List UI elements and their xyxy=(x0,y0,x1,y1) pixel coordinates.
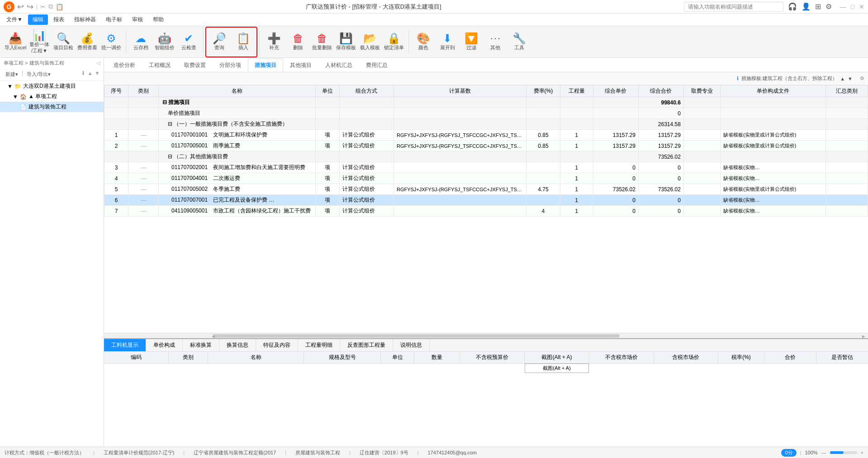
arrow-up-sub[interactable]: ▲ xyxy=(840,76,845,81)
expand-btn[interactable]: ⬇ 展开到 xyxy=(436,29,459,55)
bottom-tab-qty-detail[interactable]: 工程量明细 xyxy=(298,339,340,351)
tab-sections[interactable]: 分部分项 xyxy=(213,58,248,72)
menu-report[interactable]: 报表 xyxy=(49,14,69,25)
table-row[interactable]: ⊟ （一）一般措施项目费（不含安全施工措施费） 26314.58 xyxy=(104,119,868,130)
bottom-tab-standard[interactable]: 标准换算 xyxy=(183,339,219,351)
tab-fee-summary[interactable]: 费用汇总 xyxy=(359,58,394,72)
table-row[interactable]: 1 — 011707001001 文明施工和环境保护费 项 计算公式组价 RGF… xyxy=(104,130,868,141)
cell-price-file xyxy=(721,97,825,108)
expand-icon-sub1[interactable]: ⊟ xyxy=(168,121,172,127)
import-export-btn[interactable]: 导入/导出▾ xyxy=(25,70,52,79)
unified-adjust-btn[interactable]: ⚙ 统一调价 xyxy=(100,29,123,55)
user-icon[interactable]: 👤 xyxy=(802,2,811,11)
cloud-save-btn[interactable]: ☁ 云存档 xyxy=(129,29,152,55)
table-row[interactable]: 5 — 011707005002 冬季施工费 项 计算公式组价 RGFYSJ+J… xyxy=(104,184,868,195)
bottom-table-header: 编码 类别 名称 规格及型号 单位 数量 不含税预算价 截图(Alt + A) … xyxy=(104,352,868,364)
download-icon[interactable]: ⬇ xyxy=(81,70,85,79)
cloud-check-btn[interactable]: ✔ 云检查 xyxy=(177,29,200,55)
expand-icon-row[interactable]: ⊟ xyxy=(162,99,167,105)
arrow-down-icon[interactable]: ▼ xyxy=(95,70,100,79)
bottom-tab-features[interactable]: 特征及内容 xyxy=(256,339,298,351)
minimize-btn[interactable]: — xyxy=(840,3,846,10)
table-row-selected[interactable]: 6 — 011707007001 已完工程及设备保护费 … 项 计算公式组价 1… xyxy=(104,195,868,206)
tree-building[interactable]: 📄 建筑与装饰工程 xyxy=(0,102,104,112)
settings-icon[interactable]: ⚙ xyxy=(825,2,832,11)
table-row[interactable]: ⊟ （二）其他措施项目费 73526.02 xyxy=(104,151,868,162)
supplement-btn[interactable]: ➕ 补充 xyxy=(262,29,286,55)
delete-label: 删除 xyxy=(293,45,303,51)
table-row[interactable]: 4 — 011707004001 二次搬运费 项 计算公式组价 1 0 0 缺省… xyxy=(104,173,868,184)
table-row[interactable]: ⊟ 措施项目 99840.6 xyxy=(104,97,868,108)
cell-total: 26314.58 xyxy=(638,119,683,130)
zoom-level: 100% xyxy=(805,450,817,455)
collapse-btn[interactable]: ◁ xyxy=(96,60,100,66)
paste-btn[interactable]: 📋 xyxy=(56,3,63,10)
close-btn[interactable]: ✕ xyxy=(859,3,864,10)
bottom-tab-description[interactable]: 说明信息 xyxy=(393,339,430,351)
zoom-out-btn[interactable]: — xyxy=(821,450,826,455)
unit-price-btn[interactable]: 📊 量价一体/工程▼ xyxy=(28,29,51,55)
arrow-down-icon-tree: ▼ xyxy=(13,94,18,100)
copy-btn[interactable]: ⧉ xyxy=(48,3,53,10)
tools-btn[interactable]: 🔧 工具 xyxy=(508,29,531,55)
new-btn[interactable]: 新建▾ xyxy=(4,70,20,79)
bottom-tab-swap-info[interactable]: 换算信息 xyxy=(219,339,256,351)
divider-2 xyxy=(203,31,204,53)
fee-view-btn[interactable]: 💰 费用查看 xyxy=(76,29,99,55)
headphone-icon[interactable]: 🎧 xyxy=(788,2,797,11)
bottom-tab-labor[interactable]: 工料机显示 xyxy=(104,339,146,351)
table-row[interactable]: 3 — 011707002001 夜间施工增加费和白天施工需要照明费 项 计算公… xyxy=(104,162,868,173)
menu-file[interactable]: 文件▼ xyxy=(2,14,27,25)
zoom-in-btn[interactable]: + xyxy=(861,450,863,455)
load-template-btn[interactable]: 📂 载入模板 xyxy=(358,29,382,55)
import-excel-btn[interactable]: 📥 导入Excel xyxy=(4,29,27,55)
arrow-down-sub[interactable]: ▼ xyxy=(848,76,853,81)
color-btn[interactable]: 🎨 颜色 xyxy=(412,29,435,55)
h-scrollbar[interactable]: ▶ ◀ xyxy=(104,333,868,338)
bottom-tab-unit-price[interactable]: 单价构成 xyxy=(146,339,183,351)
arrow-up-icon[interactable]: ▲ xyxy=(87,70,93,79)
settings-sub-icon[interactable]: ⚙ xyxy=(860,76,864,81)
menu-help[interactable]: 帮助 xyxy=(148,14,168,25)
expand-icon-sub2[interactable]: ⊟ xyxy=(168,153,172,160)
cell-unit: 项 xyxy=(315,141,339,151)
tree-single-project[interactable]: ▼ 🏠 ▲ 单项工程 xyxy=(0,91,104,102)
bottom-tab-check-qty[interactable]: 反查图形工程量 xyxy=(340,339,393,351)
redo-btn[interactable]: ↪ xyxy=(27,2,33,12)
filter-btn[interactable]: 🔽 过滤 xyxy=(460,29,483,55)
tree-root[interactable]: ▼ 📁 大连双D港某土建项目 xyxy=(0,81,104,91)
undo-btn[interactable]: ↩ xyxy=(17,2,24,12)
lock-list-btn[interactable]: 🔒 锁定清单 xyxy=(382,29,406,55)
table-row[interactable]: 7 — 041109005001 市政工程（含园林绿化工程）施工干扰费 项 计算… xyxy=(104,206,868,217)
batch-delete-btn[interactable]: 🗑 批量删除 xyxy=(310,29,334,55)
save-template-btn[interactable]: 💾 保存模板 xyxy=(334,29,358,55)
tab-other[interactable]: 其他项目 xyxy=(283,58,318,72)
maximize-btn[interactable]: □ xyxy=(851,3,854,10)
cell-rate xyxy=(526,195,560,206)
tab-labor-materials[interactable]: 人材机汇总 xyxy=(318,58,359,72)
menu-review[interactable]: 审核 xyxy=(128,14,147,25)
other-btn[interactable]: ⋯ 其他 xyxy=(484,29,507,55)
table-row[interactable]: 单价措施项目 0 xyxy=(104,108,868,119)
smart-group-btn[interactable]: 🤖 智能组价 xyxy=(153,29,176,55)
tab-measures[interactable]: 措施项目 xyxy=(248,58,283,72)
cell-unit-price: 0 xyxy=(593,162,638,173)
insert-btn[interactable]: 📋 插入 xyxy=(232,29,255,55)
tab-cost-analysis[interactable]: 造价分析 xyxy=(107,58,142,72)
cut-btn[interactable]: ✂ xyxy=(40,3,46,10)
global-search[interactable] xyxy=(684,2,783,12)
table-row[interactable]: 2 — 011707005001 雨季施工费 项 计算公式组价 RGFYSJ+J… xyxy=(104,141,868,151)
menu-indicator[interactable]: 指标神器 xyxy=(70,14,100,25)
menu-electronic[interactable]: 电子标 xyxy=(101,14,127,25)
tab-fee-setting[interactable]: 取费设置 xyxy=(177,58,213,72)
cell-method: 计算公式组价 xyxy=(339,130,394,141)
cell-unit: 项 xyxy=(315,173,339,184)
delete-btn[interactable]: 🗑 删除 xyxy=(286,29,310,55)
grid-icon[interactable]: ⊞ xyxy=(815,2,821,11)
cell-total: 0 xyxy=(638,162,683,173)
project-check-btn[interactable]: 🔍 项目目检 xyxy=(52,29,75,55)
cell-num xyxy=(104,151,128,162)
query-btn[interactable]: 🔎 查询 xyxy=(208,29,231,55)
tab-project-overview[interactable]: 工程概况 xyxy=(142,58,177,72)
menu-edit[interactable]: 编辑 xyxy=(28,14,48,25)
